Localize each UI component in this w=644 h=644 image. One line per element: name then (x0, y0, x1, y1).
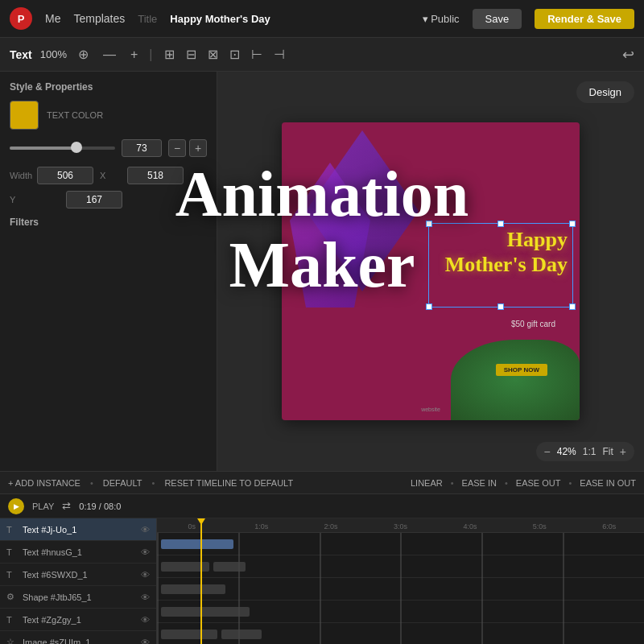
opacity-slider[interactable] (10, 147, 115, 150)
zoom-fit-display[interactable]: Fit (602, 446, 613, 457)
canvas-card[interactable]: Happy Mother's Day $50 gift card SHOP NO… (282, 122, 580, 420)
add-instance-btn[interactable]: + ADD INSTANCE (8, 478, 80, 488)
track-type-icon-0: T (6, 525, 18, 535)
main-area: Style & Properties TEXT COLOR − + Width … (0, 72, 644, 471)
zoom-bar: − 42% 1:1 Fit + (536, 442, 634, 461)
ease-linear[interactable]: LINEAR (411, 478, 443, 488)
toolbar-section-label: Text (10, 48, 32, 61)
ease-group: LINEAR • EASE IN • EASE OUT • EASE IN OU… (411, 478, 636, 488)
logo-icon[interactable]: P (10, 7, 32, 30)
play-button[interactable]: ▶ (8, 498, 24, 514)
sel-handle-tl[interactable] (426, 221, 432, 227)
tl-grid-tick-2-0 (157, 578, 159, 601)
x-label: X (100, 171, 124, 180)
track-visibility-4[interactable]: 👁 (141, 615, 150, 625)
track-label-4[interactable]: T Text #ZgZgy_1 👁 (0, 609, 156, 631)
tl-grid-tick-2-5 (563, 578, 564, 601)
zoom-minus-btn[interactable]: − (544, 445, 551, 458)
tl-grid-tick-4-4 (481, 623, 483, 644)
undo-icon[interactable]: ↩ (622, 46, 634, 64)
tl-grid-tick-4-2 (320, 623, 321, 644)
nav-me[interactable]: Me (45, 12, 60, 25)
width-input[interactable] (37, 167, 93, 184)
ease-in-out[interactable]: EASE IN OUT (580, 478, 636, 488)
timeline-tracks: T Text #Jj-Uo_1 👁 T Text #hnusG_1 👁 T Te… (0, 518, 644, 644)
tl-grid-tick-0-1 (238, 533, 240, 555)
sel-handle-tm[interactable] (497, 221, 504, 227)
render-save-button[interactable]: Render & Save (535, 9, 634, 29)
zoom-target-icon[interactable]: ⊕ (75, 45, 92, 64)
reset-timeline-btn[interactable]: RESET TIMELINE TO DEFAULT (164, 478, 293, 488)
track-label-1[interactable]: T Text #hnusG_1 👁 (0, 541, 156, 564)
toolbar: Text 100% ⊕ — + | ⊞ ⊟ ⊠ ⊡ ⊢ ⊣ ↩ (0, 38, 644, 72)
track-label-2[interactable]: T Text #6SWXD_1 👁 (0, 564, 156, 586)
track-name-2: Text #6SWXD_1 (23, 570, 88, 580)
track-rows (157, 533, 644, 644)
x-group: X (100, 167, 184, 184)
track-name-5: Image #sZUIm_1 (23, 638, 90, 645)
playhead[interactable] (200, 518, 202, 644)
track-name-3: Shape #JtbJ65_1 (23, 592, 92, 602)
color-swatch[interactable] (10, 101, 39, 130)
tl-bar-2-0[interactable] (161, 584, 225, 594)
sel-handle-tr[interactable] (569, 221, 576, 227)
x-input[interactable] (127, 167, 184, 184)
canvas-green-blob (451, 340, 580, 420)
tl-bar-3-0[interactable] (161, 607, 250, 617)
track-visibility-3[interactable]: 👁 (141, 592, 150, 602)
design-button[interactable]: Design (576, 81, 634, 103)
ruler-tick-5: 5:0s (505, 522, 574, 530)
track-visibility-2[interactable]: 👁 (141, 570, 150, 580)
align-middle-icon[interactable]: ⊢ (248, 45, 266, 64)
title-value[interactable]: Happy Mother's Day (170, 13, 270, 25)
tl-grid-tick-0-4 (481, 533, 483, 555)
time-display: 0:19 / 08:0 (79, 502, 121, 511)
tl-grid-tick-3-3 (400, 601, 402, 623)
opacity-input[interactable] (122, 139, 162, 157)
tl-bar-0-0[interactable] (161, 539, 233, 549)
tl-grid-tick-1-5 (563, 555, 564, 578)
sel-handle-bl[interactable] (426, 303, 432, 310)
public-toggle[interactable]: ▾ Public (423, 13, 460, 25)
tl-grid-tick-3-0 (157, 601, 159, 623)
tl-bar-4-1[interactable] (221, 630, 262, 639)
track-label-0[interactable]: T Text #Jj-Uo_1 👁 (0, 518, 156, 541)
tl-bar-1-1[interactable] (213, 562, 246, 572)
tl-grid-tick-1-4 (481, 555, 483, 578)
ease-out[interactable]: EASE OUT (516, 478, 561, 488)
ruler-tick-4: 4:0s (436, 522, 505, 530)
tl-grid-tick-1-2 (320, 555, 321, 578)
track-label-5[interactable]: ☆ Image #sZUIm_1 👁 (0, 631, 156, 644)
sel-handle-br[interactable] (569, 303, 576, 310)
ruler-tick-2: 2:0s (296, 522, 365, 530)
dims-row-2: Y (10, 191, 207, 208)
save-button[interactable]: Save (473, 9, 522, 29)
track-type-icon-5: ☆ (6, 637, 18, 644)
left-panel: Style & Properties TEXT COLOR − + Width … (0, 72, 217, 471)
align-center-icon[interactable]: ⊟ (183, 45, 200, 64)
align-bottom-icon[interactable]: ⊣ (270, 45, 288, 64)
tl-bar-4-0[interactable] (161, 630, 217, 639)
align-right-icon[interactable]: ⊠ (204, 45, 221, 64)
y-group: Y (10, 191, 122, 208)
track-label-3[interactable]: ⚙ Shape #JtbJ65_1 👁 (0, 586, 156, 609)
sel-handle-bm[interactable] (497, 303, 504, 310)
align-top-icon[interactable]: ⊡ (226, 45, 243, 64)
tl-grid-tick-3-4 (481, 601, 483, 623)
inc-button[interactable]: + (189, 139, 207, 157)
zoom-plus-btn[interactable]: + (620, 445, 626, 458)
track-visibility-1[interactable]: 👁 (141, 547, 150, 557)
ease-in[interactable]: EASE IN (462, 478, 497, 488)
track-type-icon-1: T (6, 547, 18, 557)
nav-templates[interactable]: Templates (73, 12, 125, 25)
tl-grid-tick-0-3 (400, 533, 402, 555)
dec-button[interactable]: − (168, 139, 186, 157)
align-left-icon[interactable]: ⊞ (161, 45, 178, 64)
minus-icon[interactable]: — (100, 46, 119, 64)
loop-icon[interactable]: ⇄ (62, 500, 71, 512)
y-input[interactable] (66, 191, 122, 208)
plus-icon[interactable]: + (127, 46, 141, 64)
track-visibility-0[interactable]: 👁 (141, 525, 150, 535)
tl-bar-1-0[interactable] (161, 562, 209, 572)
track-visibility-5[interactable]: 👁 (141, 638, 150, 645)
